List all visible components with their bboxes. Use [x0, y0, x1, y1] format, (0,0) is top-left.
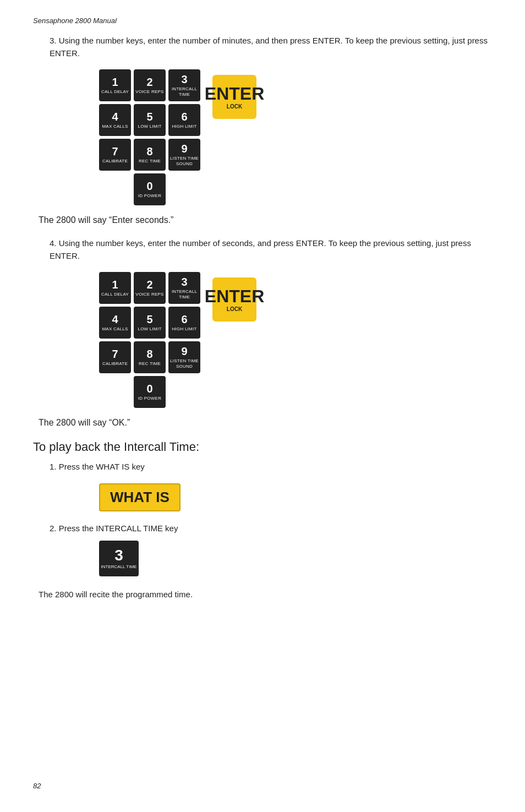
- key-7[interactable]: 7 CALIBRATE: [99, 139, 131, 171]
- manual-title: Sensaphone 2800 Manual: [33, 17, 492, 25]
- key-4b[interactable]: 4 MAX CALLS: [99, 307, 131, 339]
- keypad-section-2: 1 CALL DELAY 2 VOICE REPS 3 INTERCALL TI…: [99, 272, 492, 408]
- keypad-grid-2: 1 CALL DELAY 2 VOICE REPS 3 INTERCALL TI…: [99, 272, 200, 408]
- key-7b[interactable]: 7 CALIBRATE: [99, 341, 131, 373]
- enter-key-2[interactable]: ENTER LOCK: [212, 277, 256, 321]
- key-0b[interactable]: 0 ID POWER: [134, 376, 166, 408]
- step4-text: 4. Using the number keys, enter the numb…: [50, 237, 492, 262]
- key-3b[interactable]: 3 INTERCALL TIME: [168, 272, 200, 304]
- keypad-grid-1: 1 CALL DELAY 2 VOICE REPS 3 INTERCALL TI…: [99, 69, 200, 205]
- key-5b[interactable]: 5 LOW LIMIT: [134, 307, 166, 339]
- step3-text: 3. Using the number keys, enter the numb…: [50, 35, 492, 59]
- key-0[interactable]: 0 ID POWER: [134, 173, 166, 205]
- key-4[interactable]: 4 MAX CALLS: [99, 104, 131, 136]
- what-is-key[interactable]: WHAT IS: [99, 483, 181, 511]
- enter-key-1[interactable]: ENTER LOCK: [212, 75, 256, 119]
- say-minutes-text: The 2800 will say “Enter seconds.”: [39, 215, 492, 225]
- key-9[interactable]: 9 LISTEN TIME SOUND: [168, 139, 200, 171]
- keypad-section-1: 1 CALL DELAY 2 VOICE REPS 3 INTERCALL TI…: [99, 69, 492, 205]
- page-number: 82: [33, 782, 41, 790]
- key-3[interactable]: 3 INTERCALL TIME: [168, 69, 200, 101]
- key-6b[interactable]: 6 HIGH LIMIT: [168, 307, 200, 339]
- key-8b[interactable]: 8 REC TIME: [134, 341, 166, 373]
- step-press-whatis: 1. Press the WHAT IS key: [50, 462, 492, 471]
- key-6[interactable]: 6 HIGH LIMIT: [168, 104, 200, 136]
- intercall-time-key[interactable]: 3 INTERCALL TIME: [99, 541, 139, 576]
- key-2[interactable]: 2 VOICE REPS: [134, 69, 166, 101]
- step-press-intercall: 2. Press the INTERCALL TIME key: [50, 524, 492, 533]
- key-9b[interactable]: 9 LISTEN TIME SOUND: [168, 341, 200, 373]
- key-1[interactable]: 1 CALL DELAY: [99, 69, 131, 101]
- say-ok-text: The 2800 will say “OK.”: [39, 418, 492, 428]
- key-2b[interactable]: 2 VOICE REPS: [134, 272, 166, 304]
- key-8[interactable]: 8 REC TIME: [134, 139, 166, 171]
- key-5[interactable]: 5 LOW LIMIT: [134, 104, 166, 136]
- key-1b[interactable]: 1 CALL DELAY: [99, 272, 131, 304]
- playback-heading: To play back the Intercall Time:: [33, 440, 492, 454]
- recite-text: The 2800 will recite the programmed time…: [39, 588, 492, 601]
